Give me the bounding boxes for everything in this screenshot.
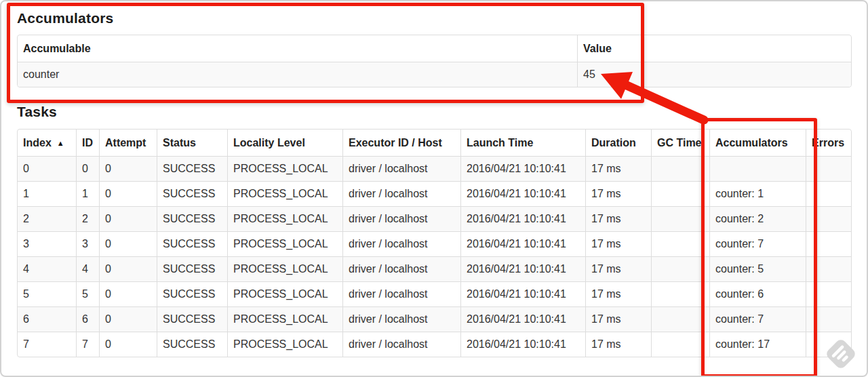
cell-gc-time (651, 306, 709, 332)
column-header-launch-time[interactable]: Launch Time (460, 130, 585, 156)
cell-duration: 17 ms (585, 256, 651, 281)
page-content: Accumulators Accumulable Value counter 4… (1, 1, 867, 357)
cell-executor: driver / localhost (342, 206, 460, 231)
column-header-gc-time[interactable]: GC Time (651, 130, 709, 156)
cell-accumulators (709, 156, 806, 181)
cell-errors (806, 256, 851, 281)
column-header-id[interactable]: ID (76, 130, 99, 156)
cell-errors (806, 181, 851, 206)
column-header-label: Index (23, 137, 52, 148)
value-column-header: Value (577, 35, 851, 62)
task-row: 7 7 0 SUCCESS PROCESS_LOCAL driver / loc… (18, 332, 851, 357)
cell-index: 4 (18, 256, 76, 281)
accumulable-column-header: Accumulable (18, 35, 577, 62)
cell-errors (806, 281, 851, 306)
cell-id: 0 (76, 156, 99, 181)
cell-duration: 17 ms (585, 306, 651, 332)
cell-locality: PROCESS_LOCAL (227, 256, 342, 281)
cell-index: 5 (18, 281, 76, 306)
cell-executor: driver / localhost (342, 256, 460, 281)
cell-launch-time: 2016/04/21 10:10:41 (460, 206, 585, 231)
cell-status: SUCCESS (157, 181, 227, 206)
cell-attempt: 0 (99, 181, 157, 206)
task-row: 0 0 0 SUCCESS PROCESS_LOCAL driver / loc… (18, 156, 851, 181)
column-header-locality-level[interactable]: Locality Level (227, 130, 342, 156)
cell-launch-time: 2016/04/21 10:10:41 (460, 156, 585, 181)
cell-attempt: 0 (99, 306, 157, 332)
cell-gc-time (651, 231, 709, 256)
cell-attempt: 0 (99, 156, 157, 181)
cell-accumulators: counter: 7 (709, 306, 806, 332)
cell-attempt: 0 (99, 281, 157, 306)
cell-duration: 17 ms (585, 156, 651, 181)
cell-status: SUCCESS (157, 332, 227, 357)
cell-accumulators: counter: 17 (709, 332, 806, 357)
cell-locality: PROCESS_LOCAL (227, 156, 342, 181)
tasks-table: Index▲ ID Attempt Status Locality Level … (17, 129, 852, 357)
cell-id: 1 (76, 181, 99, 206)
cell-executor: driver / localhost (342, 156, 460, 181)
cell-gc-time (651, 281, 709, 306)
cell-attempt: 0 (99, 231, 157, 256)
cell-launch-time: 2016/04/21 10:10:41 (460, 332, 585, 357)
cell-duration: 17 ms (585, 181, 651, 206)
cell-attempt: 0 (99, 332, 157, 357)
cell-status: SUCCESS (157, 256, 227, 281)
task-row: 4 4 0 SUCCESS PROCESS_LOCAL driver / loc… (18, 256, 851, 281)
cell-gc-time (651, 156, 709, 181)
cell-launch-time: 2016/04/21 10:10:41 (460, 256, 585, 281)
accumulable-value-cell: 45 (577, 62, 851, 87)
task-row: 1 1 0 SUCCESS PROCESS_LOCAL driver / loc… (18, 181, 851, 206)
cell-launch-time: 2016/04/21 10:10:41 (460, 306, 585, 332)
accumulator-row: counter 45 (18, 62, 851, 87)
task-row: 5 5 0 SUCCESS PROCESS_LOCAL driver / loc… (18, 281, 851, 306)
cell-locality: PROCESS_LOCAL (227, 206, 342, 231)
cell-duration: 17 ms (585, 332, 651, 357)
cell-id: 6 (76, 306, 99, 332)
cell-accumulators: counter: 2 (709, 206, 806, 231)
column-header-executor-id-host[interactable]: Executor ID / Host (342, 130, 460, 156)
column-header-index[interactable]: Index▲ (18, 130, 76, 156)
column-header-errors[interactable]: Errors (806, 130, 851, 156)
cell-status: SUCCESS (157, 281, 227, 306)
cell-gc-time (651, 206, 709, 231)
cell-executor: driver / localhost (342, 332, 460, 357)
column-header-status[interactable]: Status (157, 130, 227, 156)
cell-index: 0 (18, 156, 76, 181)
cell-index: 3 (18, 231, 76, 256)
cell-status: SUCCESS (157, 206, 227, 231)
cell-gc-time (651, 181, 709, 206)
cell-locality: PROCESS_LOCAL (227, 306, 342, 332)
cell-duration: 17 ms (585, 281, 651, 306)
spark-stage-page: Accumulators Accumulable Value counter 4… (0, 0, 868, 377)
accumulators-table: Accumulable Value counter 45 (17, 35, 852, 87)
accumulators-header-row: Accumulable Value (18, 35, 851, 62)
cell-locality: PROCESS_LOCAL (227, 281, 342, 306)
task-row: 3 3 0 SUCCESS PROCESS_LOCAL driver / loc… (18, 231, 851, 256)
cell-errors (806, 206, 851, 231)
sort-asc-icon: ▲ (57, 139, 64, 147)
tasks-header-row: Index▲ ID Attempt Status Locality Level … (18, 130, 851, 156)
cell-index: 6 (18, 306, 76, 332)
column-header-accumulators[interactable]: Accumulators (709, 130, 806, 156)
task-row: 6 6 0 SUCCESS PROCESS_LOCAL driver / loc… (18, 306, 851, 332)
cell-status: SUCCESS (157, 231, 227, 256)
column-header-attempt[interactable]: Attempt (99, 130, 157, 156)
cell-status: SUCCESS (157, 306, 227, 332)
cell-id: 3 (76, 231, 99, 256)
cell-launch-time: 2016/04/21 10:10:41 (460, 231, 585, 256)
cell-locality: PROCESS_LOCAL (227, 231, 342, 256)
cell-duration: 17 ms (585, 231, 651, 256)
cell-status: SUCCESS (157, 156, 227, 181)
cell-launch-time: 2016/04/21 10:10:41 (460, 281, 585, 306)
task-row: 2 2 0 SUCCESS PROCESS_LOCAL driver / loc… (18, 206, 851, 231)
cell-id: 7 (76, 332, 99, 357)
cell-executor: driver / localhost (342, 231, 460, 256)
cell-errors (806, 156, 851, 181)
accumulable-name-cell: counter (18, 62, 577, 87)
cell-launch-time: 2016/04/21 10:10:41 (460, 181, 585, 206)
column-header-duration[interactable]: Duration (585, 130, 651, 156)
accumulators-heading: Accumulators (17, 1, 867, 26)
cell-locality: PROCESS_LOCAL (227, 181, 342, 206)
cell-errors (806, 306, 851, 332)
